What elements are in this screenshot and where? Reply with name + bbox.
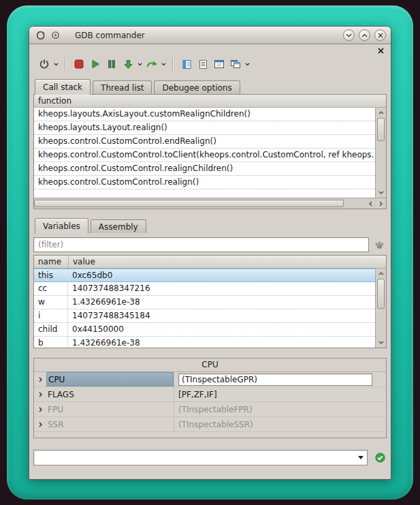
scroll-down-icon[interactable] [376,337,386,348]
variable-value: 140737488347216 [68,282,150,295]
pause-button[interactable] [103,56,120,72]
step-over-button[interactable] [144,56,160,72]
windows-dropdown-button[interactable] [244,56,251,72]
tab-label: Call stack [43,82,82,92]
tab-variables[interactable]: Variables [35,218,88,234]
tab-call-stack[interactable]: Call stack [35,79,91,95]
frame-text: kheops.layouts.AxisLayout.customRealignC… [38,108,251,121]
tab-assembly[interactable]: Assembly [91,219,146,233]
variable-value: 0xc65db0 [68,269,112,281]
register-value: (TInspectableFPR) [178,405,253,414]
variables-vscrollbar[interactable] [375,269,386,348]
tab-label: Thread list [101,83,144,93]
combo-dropdown-button[interactable] [355,450,367,465]
cpu-register-grid: CPU (TInspectableGPR) FLAGS [PF,ZF,IF] F… [34,371,386,438]
column-divider[interactable] [68,256,69,268]
expand-icon[interactable] [34,402,46,416]
call-stack-row[interactable]: kheops.control.CustomControl.endRealign(… [34,135,375,149]
tab-thread-list[interactable]: Thread list [93,80,152,94]
shade-button[interactable] [343,29,355,41]
call-stack-row[interactable]: kheops.control.CustomControl.toClient(kh… [34,149,375,162]
step-dropdown-button[interactable] [136,56,144,72]
doc-button[interactable] [178,56,195,72]
cpu-row[interactable]: FLAGS [PF,ZF,IF] [34,387,386,402]
filter-input[interactable] [33,237,369,252]
app-icon [34,29,46,41]
variable-row[interactable]: this 0xc65db0 [34,269,375,282]
register-value: [PF,ZF,IF] [178,390,217,399]
call-stack-row[interactable]: kheops.layouts.Layout.realign() [34,121,375,135]
scrollbar-thumb[interactable] [377,279,385,309]
expand-icon[interactable] [34,387,46,401]
cpu-row[interactable]: SSR (TInspectableSSR) [34,417,386,432]
frame-text: kheops.control.CustomControl.toClient(kh… [38,149,374,162]
cpu-row[interactable]: FPU (TInspectableFPR) [34,402,386,417]
pin-icon[interactable] [50,29,61,41]
gdb-command-combobox[interactable] [33,450,368,465]
cpu-row[interactable]: CPU (TInspectableGPR) [34,372,386,387]
name-column-header: name [38,257,68,266]
variable-row[interactable]: w 1.43266961e-38 [34,296,375,309]
chevron-down-icon [245,63,250,66]
call-stack-row[interactable]: kheops.control.CustomControl.realign() [34,176,375,189]
scrollbar-thumb[interactable] [377,118,385,141]
variables-rows: this 0xc65db0 cc 140737488347216 w 1.432… [34,269,375,348]
variable-row[interactable]: b 1.43266961e-38 [34,337,375,348]
titlebar[interactable]: GDB commander [29,27,391,44]
function-column-header: function [38,96,71,106]
expand-icon[interactable] [34,372,46,386]
panel-close-button[interactable] [376,46,385,55]
register-value-editor[interactable]: (TInspectableGPR) [178,373,372,386]
call-stack-header[interactable]: function [34,95,386,108]
variable-row[interactable]: child 0x44150000 [34,323,375,337]
maximize-button[interactable] [359,29,370,41]
window-content: Call stack Thread list Debugee options f… [29,44,391,479]
chevron-down-icon [161,63,166,66]
text-doc-icon [198,59,208,70]
scroll-down-icon[interactable] [376,187,386,198]
stacked-windows-icon [230,59,241,69]
dock-header [33,44,387,55]
step-over-arrow-icon [146,59,157,69]
step-down-arrow-icon [123,59,133,70]
scroll-up-icon[interactable] [376,269,386,279]
send-command-button[interactable] [373,450,387,464]
frame-button[interactable] [211,56,227,72]
variable-row[interactable]: cc 140737488347216 [34,282,375,296]
tab-debugee-options[interactable]: Debugee options [154,80,240,94]
variable-value: 140737488345184 [68,309,150,322]
call-stack-hscrollbar[interactable] [34,198,386,209]
filter-options-button[interactable] [372,237,387,252]
call-stack-vscrollbar[interactable] [375,108,386,198]
frame-text: kheops.control.CustomControl.realign() [38,176,199,189]
close-button[interactable] [374,29,386,41]
step-button[interactable] [120,56,136,72]
windows-button[interactable] [227,56,244,72]
call-stack-row[interactable]: kheops.layouts.AxisLayout.customRealignC… [34,108,375,121]
scroll-up-icon[interactable] [376,108,386,118]
variable-row[interactable]: i 140737488345184 [34,309,375,323]
power-dropdown-button[interactable] [52,56,60,72]
chevron-down-icon [358,456,364,459]
scroll-left-icon[interactable] [366,198,376,209]
variable-value: 1.43266961e-38 [68,296,140,309]
scroll-right-icon[interactable] [376,198,386,209]
chevron-down-icon [138,63,142,66]
power-button[interactable] [36,56,52,72]
gdb-command-input[interactable] [34,450,355,465]
call-stack-row[interactable]: kheops.control.CustomControl.realignChil… [34,162,375,176]
register-value: (TInspectableSSR) [178,420,253,429]
run-button[interactable] [87,56,103,72]
register-group-label: CPU [48,375,65,384]
variables-header[interactable]: name value [34,256,386,269]
stop-button[interactable] [71,56,87,72]
step-over-dropdown-button[interactable] [160,56,167,72]
list-button[interactable] [195,56,211,72]
ok-check-icon [374,452,386,463]
scrollbar-thumb[interactable] [34,200,344,207]
call-stack-rows: kheops.layouts.AxisLayout.customRealignC… [34,108,375,198]
expand-icon[interactable] [34,417,46,431]
variable-name: b [38,337,68,348]
register-group-label: FPU [48,405,63,414]
register-group-label: SSR [48,420,64,429]
